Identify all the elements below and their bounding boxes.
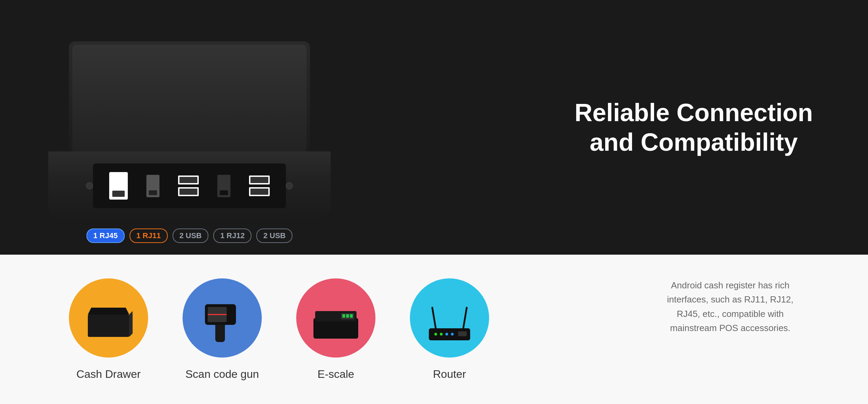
port-rj12 bbox=[217, 175, 230, 197]
svg-rect-0 bbox=[88, 315, 129, 337]
label-escale: E-scale bbox=[318, 368, 354, 381]
accessory-cash-drawer: Cash Drawer bbox=[69, 278, 148, 381]
bottom-section: Cash Drawer bbox=[0, 255, 868, 404]
accessories-row: Cash Drawer bbox=[69, 278, 799, 381]
svg-point-18 bbox=[445, 333, 448, 336]
escale-icon bbox=[308, 290, 363, 345]
device-screen-top bbox=[69, 41, 310, 151]
accessory-scan-gun: Scan code gun bbox=[183, 278, 262, 381]
label-cash-drawer: Cash Drawer bbox=[76, 368, 141, 381]
description-text: Android cash register has rich interface… bbox=[661, 278, 799, 336]
top-section: 1 RJ45 1 RJ11 2 USB 1 RJ12 2 USB Reliabl… bbox=[0, 0, 868, 255]
svg-rect-12 bbox=[350, 314, 353, 318]
side-button-left bbox=[86, 182, 93, 189]
circle-router bbox=[410, 278, 489, 358]
port-rj45 bbox=[109, 172, 128, 200]
headline: Reliable Connection and Compatibility bbox=[575, 98, 813, 157]
side-button-right bbox=[286, 182, 293, 189]
svg-marker-1 bbox=[88, 308, 129, 315]
port-labels: 1 RJ45 1 RJ11 2 USB 1 RJ12 2 USB bbox=[34, 228, 344, 243]
port-label-rj12: 1 RJ12 bbox=[213, 228, 251, 243]
label-scan-gun: Scan code gun bbox=[185, 368, 259, 381]
svg-line-14 bbox=[463, 308, 467, 328]
port-rj11 bbox=[146, 175, 159, 197]
router-icon bbox=[422, 290, 477, 345]
port-label-rj45: 1 RJ45 bbox=[86, 228, 125, 243]
port-label-usb2: 2 USB bbox=[256, 228, 292, 243]
svg-rect-20 bbox=[458, 331, 467, 336]
port-label-usb1: 2 USB bbox=[173, 228, 209, 243]
device-back: 1 RJ45 1 RJ11 2 USB 1 RJ12 2 USB bbox=[34, 41, 344, 248]
svg-line-13 bbox=[432, 308, 436, 328]
svg-point-16 bbox=[434, 333, 437, 336]
svg-rect-10 bbox=[342, 314, 345, 318]
device-base bbox=[48, 151, 331, 220]
ports-panel bbox=[93, 163, 286, 208]
port-usb-group-2 bbox=[249, 176, 270, 196]
circle-cash-drawer bbox=[69, 278, 148, 358]
headline-line2: and Compatibility bbox=[575, 127, 813, 157]
label-router: Router bbox=[433, 368, 466, 381]
accessory-router: Router bbox=[410, 278, 489, 381]
svg-point-17 bbox=[440, 333, 443, 336]
svg-point-19 bbox=[451, 333, 454, 336]
accessory-escale: E-scale bbox=[296, 278, 375, 381]
description-area: Android cash register has rich interface… bbox=[661, 278, 799, 336]
circle-escale bbox=[296, 278, 375, 358]
port-usb-group-1 bbox=[178, 176, 199, 196]
svg-rect-11 bbox=[346, 314, 349, 318]
circle-scan-gun bbox=[183, 278, 262, 358]
scan-gun-icon bbox=[195, 290, 250, 345]
cash-drawer-icon bbox=[81, 290, 136, 345]
port-label-rj11: 1 RJ11 bbox=[130, 228, 168, 243]
device-area: 1 RJ45 1 RJ11 2 USB 1 RJ12 2 USB bbox=[0, 0, 379, 255]
svg-marker-2 bbox=[129, 311, 133, 337]
headline-line1: Reliable Connection bbox=[575, 98, 813, 127]
right-text-area: Reliable Connection and Compatibility bbox=[575, 98, 813, 157]
